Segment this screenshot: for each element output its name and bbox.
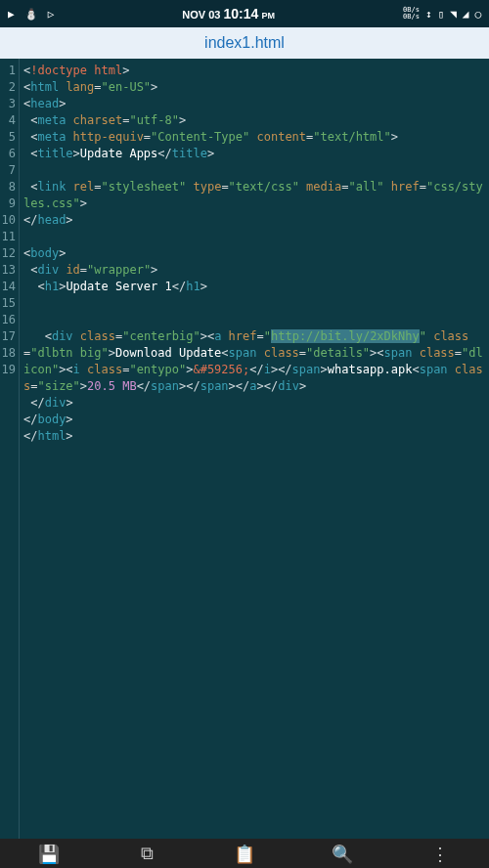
more-icon: ⋮ [431,844,449,864]
selected-url: http://bit.ly/2xDkNhy [271,329,420,343]
status-date: NOV 03 [182,9,220,21]
vibrate-icon: ▯ [438,8,445,21]
line-number: 11 [0,229,19,245]
search-icon: 🔍 [332,844,353,864]
code-editor[interactable]: 12345678910111213141516171819 <!doctype … [0,59,489,839]
play-icon: ▷ [48,8,55,21]
line-number: 17 [0,328,19,345]
line-number: 19 [0,362,19,378]
signal-icon: ◢ [463,8,469,21]
more-button[interactable]: ⋮ [391,844,489,864]
line-number: 1 [0,63,19,79]
status-ampm: PM [261,11,275,21]
copy-button[interactable]: ⧉ [98,843,196,864]
line-number: 8 [0,179,19,195]
app-icon-1: ▶ [8,8,15,21]
line-number: 2 [0,79,19,96]
save-icon: 💾 [38,844,60,864]
network-speed: 0B/s 0B/s [403,7,420,21]
line-number: 14 [0,279,19,295]
save-button[interactable]: 💾 [0,844,98,864]
line-number: 3 [0,96,19,112]
line-number: 18 [0,345,19,362]
line-number-gutter: 12345678910111213141516171819 [0,59,20,839]
line-number: 9 [0,195,19,212]
line-number: 12 [0,245,19,262]
line-number: 4 [0,112,19,129]
clipboard-icon: 📋 [234,844,255,864]
battery-icon: ◯ [474,8,481,21]
android-statusbar: ▶ ⛄ ▷ NOV 03 10:14 PM 0B/s 0B/s ↕ ▯ ◥ ◢ … [0,0,489,27]
paste-button[interactable]: 📋 [196,844,293,864]
search-button[interactable]: 🔍 [293,844,391,864]
line-number: 16 [0,312,19,328]
filename-label: index1.html [204,34,285,52]
alarm-icon: ↕ [425,8,432,21]
wifi-icon: ◥ [450,8,457,21]
line-number: 6 [0,146,19,162]
line-number: 5 [0,129,19,146]
line-number: 10 [0,212,19,229]
status-time: 10:14 [224,6,259,22]
incognito-icon: ⛄ [24,8,38,21]
bottom-toolbar: 💾 ⧉ 📋 🔍 ⋮ [0,839,489,868]
code-content[interactable]: <!doctype html> <html lang="en-US"> <hea… [20,59,489,839]
line-number: 7 [0,162,19,179]
line-number: 13 [0,262,19,279]
file-titlebar: index1.html [0,27,489,59]
line-number: 15 [0,295,19,312]
copy-icon: ⧉ [141,843,154,863]
